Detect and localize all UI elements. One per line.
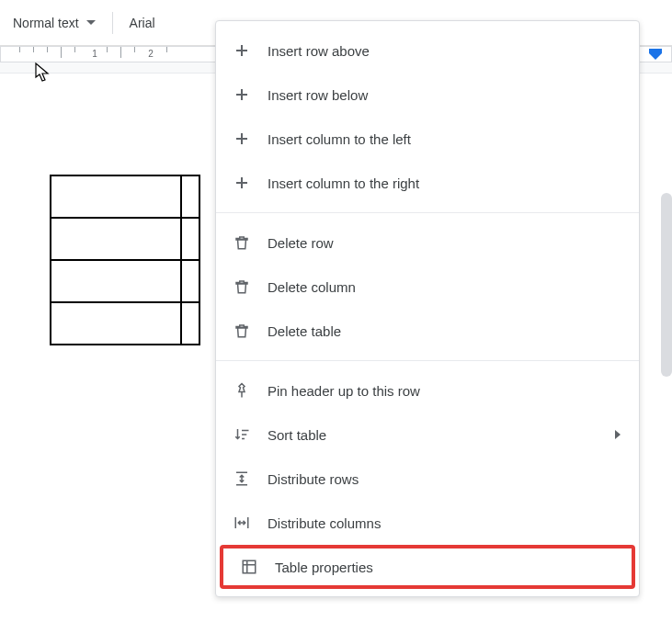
menu-pin-header[interactable]: Pin header up to this row xyxy=(216,368,639,413)
table-cell[interactable] xyxy=(181,175,199,218)
menu-delete-table[interactable]: Delete table xyxy=(216,309,639,353)
table-cell[interactable] xyxy=(51,175,181,218)
table-row xyxy=(51,260,199,302)
menu-label: Distribute rows xyxy=(268,471,624,487)
menu-label: Insert column to the right xyxy=(268,175,624,191)
menu-divider xyxy=(216,360,639,361)
plus-icon xyxy=(231,172,253,194)
ruler-mark: 2 xyxy=(148,49,154,59)
ruler-indent-marker-icon[interactable] xyxy=(649,49,662,62)
menu-label: Insert row above xyxy=(268,43,624,59)
menu-delete-row[interactable]: Delete row xyxy=(216,221,639,265)
plus-icon xyxy=(231,40,253,62)
document-table[interactable] xyxy=(50,175,200,345)
menu-label: Table properties xyxy=(275,560,617,575)
table-properties-icon xyxy=(238,556,260,578)
table-cell[interactable] xyxy=(51,302,181,345)
distribute-columns-icon xyxy=(231,512,253,534)
menu-delete-column[interactable]: Delete column xyxy=(216,265,639,309)
sort-icon xyxy=(231,424,253,446)
menu-label: Insert column to the left xyxy=(268,131,624,147)
menu-label: Pin header up to this row xyxy=(268,383,624,399)
menu-distribute-rows[interactable]: Distribute rows xyxy=(216,457,639,501)
menu-distribute-columns[interactable]: Distribute columns xyxy=(216,501,639,545)
style-dropdown[interactable]: Normal text xyxy=(4,10,105,36)
menu-divider xyxy=(216,212,639,213)
table-row xyxy=(51,302,199,345)
menu-label: Delete column xyxy=(268,279,624,295)
plus-icon xyxy=(231,128,253,150)
style-label: Normal text xyxy=(13,16,79,30)
scrollbar[interactable] xyxy=(661,193,672,377)
menu-label: Delete table xyxy=(268,323,624,339)
menu-label: Insert row below xyxy=(268,87,624,103)
cursor-icon xyxy=(35,62,51,86)
font-dropdown[interactable]: Arial xyxy=(120,10,165,36)
chevron-down-icon xyxy=(86,20,96,25)
table-cell[interactable] xyxy=(181,218,199,260)
chevron-right-icon xyxy=(615,430,621,439)
distribute-rows-icon xyxy=(231,468,253,490)
menu-insert-row-below[interactable]: Insert row below xyxy=(216,73,639,117)
menu-insert-column-right[interactable]: Insert column to the right xyxy=(216,161,639,205)
menu-sort-table[interactable]: Sort table xyxy=(216,413,639,457)
table-cell[interactable] xyxy=(181,260,199,302)
table-cell[interactable] xyxy=(51,260,181,302)
menu-insert-row-above[interactable]: Insert row above xyxy=(216,28,639,73)
table-cell[interactable] xyxy=(181,302,199,345)
table-row xyxy=(51,175,199,218)
menu-label: Delete row xyxy=(268,235,624,251)
ruler-mark: 1 xyxy=(92,49,97,59)
trash-icon xyxy=(231,276,253,298)
menu-table-properties[interactable]: Table properties xyxy=(220,545,635,589)
pin-icon xyxy=(231,379,253,401)
plus-icon xyxy=(231,84,253,106)
toolbar-divider xyxy=(112,12,113,34)
trash-icon xyxy=(231,232,253,254)
menu-label: Distribute columns xyxy=(268,515,624,531)
table-cell[interactable] xyxy=(51,218,181,260)
trash-icon xyxy=(231,320,253,342)
menu-insert-column-left[interactable]: Insert column to the left xyxy=(216,117,639,161)
menu-label: Sort table xyxy=(268,427,615,443)
table-row xyxy=(51,218,199,260)
table-context-menu: Insert row above Insert row below Insert… xyxy=(215,20,640,597)
font-label: Arial xyxy=(130,16,155,30)
